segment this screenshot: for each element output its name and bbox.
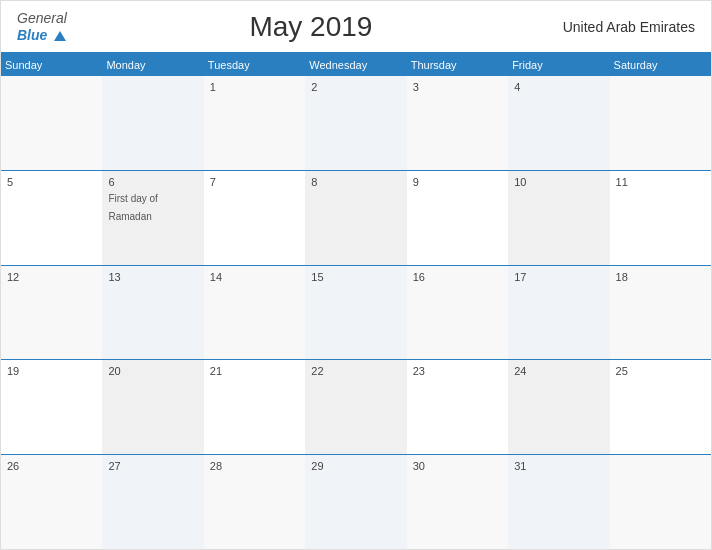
week-row-5: 262728293031 [1,455,711,549]
week-row-3: 12131415161718 [1,266,711,361]
day-cell: 18 [610,266,711,360]
week-row-2: 56First day of Ramadan7891011 [1,171,711,266]
day-cell: 14 [204,266,305,360]
day-cell [610,455,711,549]
day-header-monday: Monday [102,54,203,76]
calendar-title: May 2019 [67,11,555,43]
day-number: 12 [7,271,96,283]
day-number: 26 [7,460,96,472]
day-cell: 6First day of Ramadan [102,171,203,265]
day-number: 9 [413,176,502,188]
day-number: 22 [311,365,400,377]
day-cell: 3 [407,76,508,170]
day-cell: 27 [102,455,203,549]
logo: General Blue [17,11,67,44]
day-cell: 16 [407,266,508,360]
day-cell: 1 [204,76,305,170]
day-header-thursday: Thursday [407,54,508,76]
day-number: 6 [108,176,197,188]
day-cell: 11 [610,171,711,265]
day-cell: 9 [407,171,508,265]
day-cell: 17 [508,266,609,360]
day-number: 31 [514,460,603,472]
day-number: 13 [108,271,197,283]
calendar-header: General Blue May 2019 United Arab Emirat… [1,1,711,52]
day-cell: 20 [102,360,203,454]
day-number: 28 [210,460,299,472]
week-row-4: 19202122232425 [1,360,711,455]
day-cell [610,76,711,170]
day-cell: 31 [508,455,609,549]
day-number: 14 [210,271,299,283]
day-cell: 21 [204,360,305,454]
day-number: 27 [108,460,197,472]
calendar-country: United Arab Emirates [555,19,695,35]
day-cell: 4 [508,76,609,170]
day-number: 1 [210,81,299,93]
day-cell: 23 [407,360,508,454]
day-number: 5 [7,176,96,188]
day-cell: 10 [508,171,609,265]
day-number: 23 [413,365,502,377]
day-cell: 26 [1,455,102,549]
logo-blue-text: Blue [17,26,67,44]
day-cell [1,76,102,170]
day-cell: 28 [204,455,305,549]
day-cell: 12 [1,266,102,360]
day-number: 18 [616,271,705,283]
week-row-1: 1234 [1,76,711,171]
day-cell [102,76,203,170]
day-cell: 7 [204,171,305,265]
day-cell: 8 [305,171,406,265]
day-headers-row: SundayMondayTuesdayWednesdayThursdayFrid… [1,54,711,76]
day-cell: 13 [102,266,203,360]
calendar-weeks: 123456First day of Ramadan78910111213141… [1,76,711,549]
day-header-friday: Friday [508,54,609,76]
calendar-container: General Blue May 2019 United Arab Emirat… [0,0,712,550]
day-cell: 5 [1,171,102,265]
day-number: 20 [108,365,197,377]
day-number: 10 [514,176,603,188]
day-cell: 22 [305,360,406,454]
day-header-saturday: Saturday [610,54,711,76]
day-cell: 15 [305,266,406,360]
day-number: 19 [7,365,96,377]
day-event: First day of Ramadan [108,193,157,222]
day-cell: 29 [305,455,406,549]
day-number: 8 [311,176,400,188]
day-header-wednesday: Wednesday [305,54,406,76]
day-number: 24 [514,365,603,377]
day-header-sunday: Sunday [1,54,102,76]
day-number: 15 [311,271,400,283]
day-header-tuesday: Tuesday [204,54,305,76]
calendar-grid: SundayMondayTuesdayWednesdayThursdayFrid… [1,52,711,549]
day-number: 4 [514,81,603,93]
day-number: 11 [616,176,705,188]
day-cell: 30 [407,455,508,549]
day-cell: 24 [508,360,609,454]
logo-triangle-icon [54,31,66,41]
day-number: 3 [413,81,502,93]
day-number: 17 [514,271,603,283]
day-number: 16 [413,271,502,283]
day-number: 21 [210,365,299,377]
day-number: 2 [311,81,400,93]
logo-general-text: General [17,11,67,26]
day-number: 7 [210,176,299,188]
day-number: 25 [616,365,705,377]
day-number: 29 [311,460,400,472]
day-number: 30 [413,460,502,472]
day-cell: 25 [610,360,711,454]
day-cell: 19 [1,360,102,454]
day-cell: 2 [305,76,406,170]
